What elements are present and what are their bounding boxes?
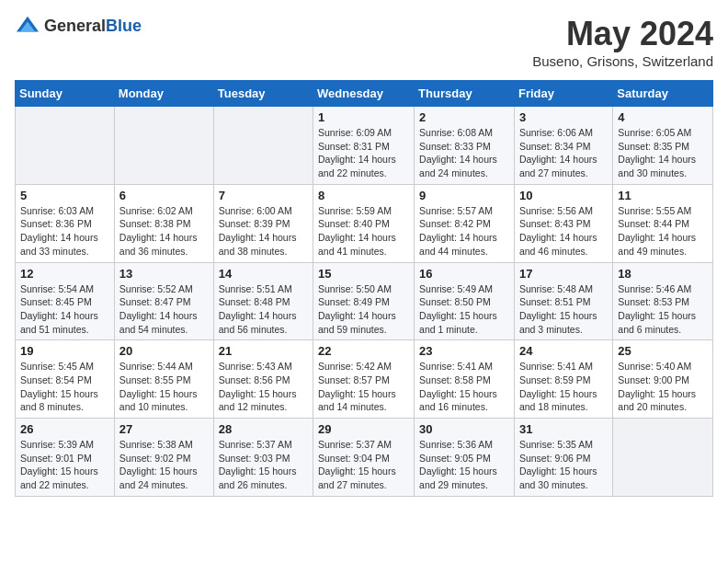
day-info: Sunrise: 6:08 AM Sunset: 8:33 PM Dayligh… <box>419 126 509 180</box>
day-info: Sunrise: 5:41 AM Sunset: 8:58 PM Dayligh… <box>419 360 509 414</box>
day-info: Sunrise: 6:03 AM Sunset: 8:36 PM Dayligh… <box>20 204 109 259</box>
day-cell: 24Sunrise: 5:41 AM Sunset: 8:59 PM Dayli… <box>514 340 612 419</box>
day-number: 14 <box>219 267 308 281</box>
day-cell: 23Sunrise: 5:41 AM Sunset: 8:58 PM Dayli… <box>415 340 515 419</box>
day-number: 12 <box>20 267 109 281</box>
day-info: Sunrise: 5:52 AM Sunset: 8:47 PM Dayligh… <box>119 282 209 337</box>
day-number: 21 <box>219 344 308 358</box>
day-info: Sunrise: 5:48 AM Sunset: 8:51 PM Dayligh… <box>519 282 608 337</box>
day-cell: 10Sunrise: 5:56 AM Sunset: 8:43 PM Dayli… <box>514 184 612 262</box>
week-row-2: 5Sunrise: 6:03 AM Sunset: 8:36 PM Daylig… <box>16 184 713 262</box>
day-info: Sunrise: 6:00 AM Sunset: 8:39 PM Dayligh… <box>219 204 308 259</box>
week-row-3: 12Sunrise: 5:54 AM Sunset: 8:45 PM Dayli… <box>16 262 713 340</box>
day-number: 31 <box>519 422 608 436</box>
weekday-header-sunday: Sunday <box>16 81 115 107</box>
day-info: Sunrise: 5:55 AM Sunset: 8:44 PM Dayligh… <box>618 204 708 259</box>
logo-icon <box>15 15 40 37</box>
day-cell: 21Sunrise: 5:43 AM Sunset: 8:56 PM Dayli… <box>213 340 313 419</box>
day-info: Sunrise: 5:39 AM Sunset: 9:01 PM Dayligh… <box>20 438 109 492</box>
day-info: Sunrise: 6:09 AM Sunset: 8:31 PM Dayligh… <box>318 126 409 180</box>
day-info: Sunrise: 5:51 AM Sunset: 8:48 PM Dayligh… <box>219 282 308 337</box>
day-cell <box>16 107 115 185</box>
day-info: Sunrise: 5:42 AM Sunset: 8:57 PM Dayligh… <box>318 360 409 414</box>
day-info: Sunrise: 5:46 AM Sunset: 8:53 PM Dayligh… <box>618 282 708 337</box>
day-number: 16 <box>419 267 509 281</box>
month-year: May 2024 <box>532 15 713 53</box>
day-cell: 26Sunrise: 5:39 AM Sunset: 9:01 PM Dayli… <box>16 419 115 497</box>
day-cell: 16Sunrise: 5:49 AM Sunset: 8:50 PM Dayli… <box>415 262 515 340</box>
day-cell: 14Sunrise: 5:51 AM Sunset: 8:48 PM Dayli… <box>213 262 313 340</box>
day-info: Sunrise: 5:44 AM Sunset: 8:55 PM Dayligh… <box>119 360 209 414</box>
day-number: 5 <box>20 189 109 202</box>
day-cell: 15Sunrise: 5:50 AM Sunset: 8:49 PM Dayli… <box>313 262 415 340</box>
day-cell: 19Sunrise: 5:45 AM Sunset: 8:54 PM Dayli… <box>16 340 115 419</box>
day-number: 13 <box>119 267 209 281</box>
day-info: Sunrise: 5:41 AM Sunset: 8:59 PM Dayligh… <box>519 360 608 414</box>
day-info: Sunrise: 5:59 AM Sunset: 8:40 PM Dayligh… <box>318 204 409 259</box>
week-row-4: 19Sunrise: 5:45 AM Sunset: 8:54 PM Dayli… <box>16 340 713 419</box>
day-cell: 3Sunrise: 6:06 AM Sunset: 8:34 PM Daylig… <box>514 107 612 185</box>
day-cell: 31Sunrise: 5:35 AM Sunset: 9:06 PM Dayli… <box>514 419 612 497</box>
day-cell: 12Sunrise: 5:54 AM Sunset: 8:45 PM Dayli… <box>16 262 115 340</box>
logo-text-blue: Blue <box>106 17 142 35</box>
week-row-5: 26Sunrise: 5:39 AM Sunset: 9:01 PM Dayli… <box>16 419 713 497</box>
day-number: 30 <box>419 422 509 436</box>
day-info: Sunrise: 5:35 AM Sunset: 9:06 PM Dayligh… <box>519 438 608 492</box>
day-cell: 30Sunrise: 5:36 AM Sunset: 9:05 PM Dayli… <box>415 419 515 497</box>
day-number: 19 <box>20 344 109 358</box>
day-number: 22 <box>318 344 409 358</box>
day-cell: 4Sunrise: 6:05 AM Sunset: 8:35 PM Daylig… <box>613 107 713 185</box>
day-cell <box>114 107 213 185</box>
page-header: GeneralBlue May 2024 Buseno, Grisons, Sw… <box>15 15 713 69</box>
day-cell: 7Sunrise: 6:00 AM Sunset: 8:39 PM Daylig… <box>213 184 313 262</box>
day-cell: 20Sunrise: 5:44 AM Sunset: 8:55 PM Dayli… <box>114 340 213 419</box>
day-cell <box>213 107 313 185</box>
day-cell: 1Sunrise: 6:09 AM Sunset: 8:31 PM Daylig… <box>313 107 415 185</box>
day-cell: 28Sunrise: 5:37 AM Sunset: 9:03 PM Dayli… <box>213 419 313 497</box>
day-number: 18 <box>618 267 708 281</box>
day-cell: 6Sunrise: 6:02 AM Sunset: 8:38 PM Daylig… <box>114 184 213 262</box>
week-row-1: 1Sunrise: 6:09 AM Sunset: 8:31 PM Daylig… <box>16 107 713 185</box>
weekday-header-row: SundayMondayTuesdayWednesdayThursdayFrid… <box>16 81 713 107</box>
day-number: 3 <box>519 110 608 124</box>
logo-text-general: General <box>44 17 106 35</box>
day-cell: 8Sunrise: 5:59 AM Sunset: 8:40 PM Daylig… <box>313 184 415 262</box>
day-cell: 18Sunrise: 5:46 AM Sunset: 8:53 PM Dayli… <box>613 262 713 340</box>
weekday-header-saturday: Saturday <box>613 81 713 107</box>
day-cell: 25Sunrise: 5:40 AM Sunset: 9:00 PM Dayli… <box>613 340 713 419</box>
day-cell: 27Sunrise: 5:38 AM Sunset: 9:02 PM Dayli… <box>114 419 213 497</box>
day-number: 1 <box>318 110 409 124</box>
day-number: 9 <box>419 189 509 202</box>
day-cell: 11Sunrise: 5:55 AM Sunset: 8:44 PM Dayli… <box>613 184 713 262</box>
day-info: Sunrise: 5:57 AM Sunset: 8:42 PM Dayligh… <box>419 204 509 259</box>
day-number: 4 <box>618 110 708 124</box>
day-info: Sunrise: 5:54 AM Sunset: 8:45 PM Dayligh… <box>20 282 109 337</box>
day-number: 8 <box>318 189 409 202</box>
weekday-header-tuesday: Tuesday <box>213 81 313 107</box>
day-info: Sunrise: 5:43 AM Sunset: 8:56 PM Dayligh… <box>219 360 308 414</box>
logo: GeneralBlue <box>15 15 142 37</box>
day-info: Sunrise: 5:40 AM Sunset: 9:00 PM Dayligh… <box>618 360 708 414</box>
day-info: Sunrise: 6:05 AM Sunset: 8:35 PM Dayligh… <box>618 126 708 180</box>
calendar-table: SundayMondayTuesdayWednesdayThursdayFrid… <box>15 80 713 497</box>
day-number: 2 <box>419 110 509 124</box>
weekday-header-thursday: Thursday <box>415 81 515 107</box>
day-info: Sunrise: 6:06 AM Sunset: 8:34 PM Dayligh… <box>519 126 608 180</box>
day-info: Sunrise: 5:37 AM Sunset: 9:03 PM Dayligh… <box>219 438 308 492</box>
day-number: 25 <box>618 344 708 358</box>
day-number: 26 <box>20 422 109 436</box>
weekday-header-wednesday: Wednesday <box>313 81 415 107</box>
day-info: Sunrise: 5:56 AM Sunset: 8:43 PM Dayligh… <box>519 204 608 259</box>
weekday-header-friday: Friday <box>514 81 612 107</box>
day-number: 28 <box>219 422 308 436</box>
day-info: Sunrise: 5:36 AM Sunset: 9:05 PM Dayligh… <box>419 438 509 492</box>
day-info: Sunrise: 5:37 AM Sunset: 9:04 PM Dayligh… <box>318 438 409 492</box>
day-number: 23 <box>419 344 509 358</box>
day-info: Sunrise: 5:45 AM Sunset: 8:54 PM Dayligh… <box>20 360 109 414</box>
day-info: Sunrise: 5:50 AM Sunset: 8:49 PM Dayligh… <box>318 282 409 337</box>
day-number: 7 <box>219 189 308 202</box>
day-cell: 17Sunrise: 5:48 AM Sunset: 8:51 PM Dayli… <box>514 262 612 340</box>
day-number: 24 <box>519 344 608 358</box>
day-cell: 13Sunrise: 5:52 AM Sunset: 8:47 PM Dayli… <box>114 262 213 340</box>
day-number: 17 <box>519 267 608 281</box>
